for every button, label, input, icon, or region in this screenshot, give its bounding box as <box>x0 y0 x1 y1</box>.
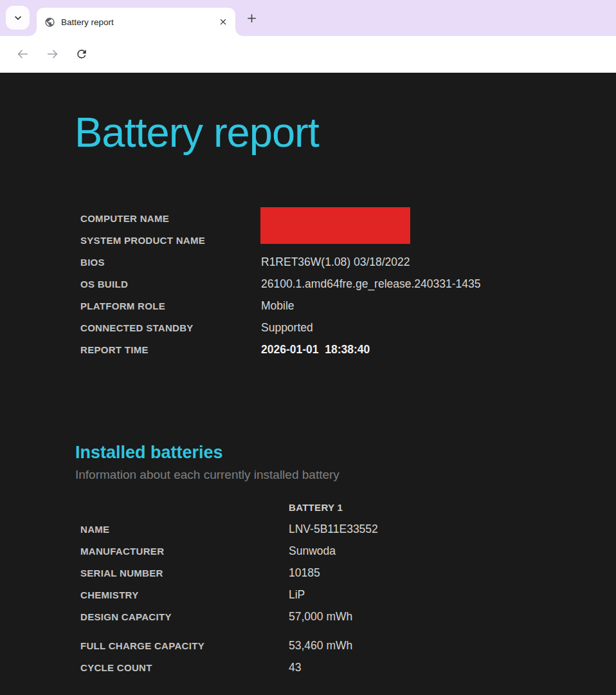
info-row-bios: BIOS R1RET36W(1.08) 03/18/2022 <box>80 251 481 273</box>
battery-row-serial-number: SERIAL NUMBER 10185 <box>80 562 378 584</box>
installed-batteries-subtitle: Information about each currently install… <box>75 468 340 482</box>
row-value: 10185 <box>289 566 320 580</box>
row-label: MANUFACTURER <box>80 546 289 557</box>
battery-row-design-capacity: DESIGN CAPACITY 57,000 mWh <box>80 606 378 627</box>
row-label: DESIGN CAPACITY <box>80 611 289 622</box>
row-label: SERIAL NUMBER <box>80 568 289 579</box>
redaction-box <box>260 207 410 244</box>
row-value: 26100.1.amd64fre.ge_release.240331-1435 <box>261 277 481 291</box>
battery-column-header: BATTERY 1 <box>289 502 343 513</box>
info-row-platform-role: PLATFORM ROLE Mobile <box>80 295 481 317</box>
arrow-left-icon <box>15 47 30 61</box>
tab-title: Battery report <box>61 17 216 27</box>
row-value: Supported <box>261 321 313 335</box>
row-label: CHEMISTRY <box>80 589 289 600</box>
arrow-right-icon <box>46 47 60 61</box>
row-label: NAME <box>80 524 289 535</box>
row-value: 43 <box>289 661 301 674</box>
battery-row-manufacturer: MANUFACTURER Sunwoda <box>80 540 378 562</box>
row-label: REPORT TIME <box>80 344 261 355</box>
new-tab-button[interactable] <box>242 9 260 27</box>
battery-report-page: Battery report COMPUTER NAME SYSTEM PROD… <box>0 73 616 695</box>
row-label: PLATFORM ROLE <box>80 301 261 311</box>
battery-row-name: NAME LNV-5B11E33552 <box>80 518 378 540</box>
browser-toolbar: File C:/Users/iii/battery-report.html <box>0 36 616 73</box>
info-row-os-build: OS BUILD 26100.1.amd64fre.ge_release.240… <box>80 273 481 295</box>
globe-icon <box>44 17 55 28</box>
row-label: CYCLE COUNT <box>80 662 289 673</box>
row-label: FULL CHARGE CAPACITY <box>80 640 289 651</box>
plus-icon <box>246 13 257 24</box>
row-value: Mobile <box>261 299 294 313</box>
row-value: 2026-01-01 18:38:40 <box>261 343 370 357</box>
row-value: LiP <box>289 588 305 602</box>
row-label: BIOS <box>80 257 261 268</box>
row-value: 57,000 mWh <box>289 610 352 624</box>
battery-row-cycle-count: CYCLE COUNT 43 <box>80 656 378 678</box>
info-row-report-time: REPORT TIME 2026-01-01 18:38:40 <box>80 338 481 360</box>
row-value: LNV-5B11E33552 <box>289 523 378 536</box>
close-icon <box>219 17 228 26</box>
info-row-connected-standby: CONNECTED STANDBY Supported <box>80 317 481 338</box>
forward-button[interactable] <box>42 43 64 65</box>
row-label: OS BUILD <box>80 279 261 290</box>
tab-strip: Battery report <box>0 0 616 36</box>
battery-column-header-row: BATTERY 1 <box>80 496 378 518</box>
row-value: 53,460 mWh <box>289 639 352 653</box>
tab-battery-report[interactable]: Battery report <box>37 8 235 36</box>
battery-row-chemistry: CHEMISTRY LiP <box>80 584 378 606</box>
browser-window: Battery report File C:/Users/iii/battery… <box>0 0 616 695</box>
tab-search-button[interactable] <box>6 6 30 30</box>
row-label: COMPUTER NAME <box>80 213 261 224</box>
row-label: CONNECTED STANDBY <box>80 322 261 333</box>
battery-row-full-charge-capacity: FULL CHARGE CAPACITY 53,460 mWh <box>80 635 378 656</box>
installed-batteries-heading: Installed batteries <box>75 443 223 463</box>
row-value: Sunwoda <box>289 544 336 558</box>
reload-button[interactable] <box>71 43 93 65</box>
tab-close-button[interactable] <box>216 15 230 29</box>
back-button[interactable] <box>12 43 33 65</box>
battery-info-table: BATTERY 1 NAME LNV-5B11E33552 MANUFACTUR… <box>80 496 378 678</box>
refresh-icon <box>75 48 88 60</box>
page-title: Battery report <box>75 111 319 153</box>
row-value: R1RET36W(1.08) 03/18/2022 <box>261 255 410 269</box>
chevron-down-icon <box>13 13 23 23</box>
row-label: SYSTEM PRODUCT NAME <box>80 235 261 246</box>
